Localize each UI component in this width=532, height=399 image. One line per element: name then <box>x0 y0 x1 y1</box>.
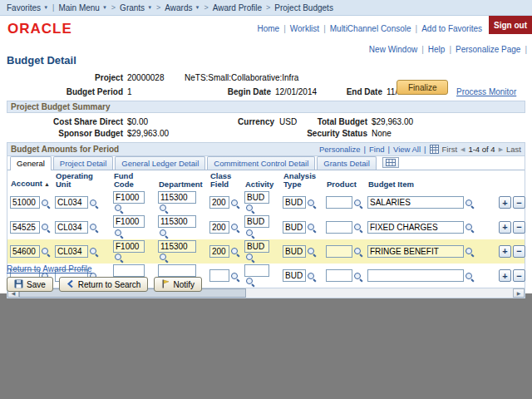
sign-out-button[interactable]: Sign out <box>489 16 532 34</box>
tab-general[interactable]: General <box>10 156 52 170</box>
delete-row-button[interactable]: − <box>513 269 525 282</box>
add-row-button[interactable]: + <box>499 221 511 234</box>
lookup-icon[interactable] <box>41 247 51 257</box>
cell-input-account[interactable] <box>10 245 40 258</box>
lookup-icon[interactable] <box>89 199 99 209</box>
lookup-icon[interactable] <box>230 247 240 257</box>
lookup-icon[interactable] <box>230 272 240 282</box>
cell-input-product[interactable] <box>326 269 352 282</box>
cell-input-department[interactable] <box>158 191 196 204</box>
cell-input-product[interactable] <box>326 245 352 258</box>
multichannel-console-link[interactable]: MultiChannel Console <box>330 24 411 33</box>
tab-project-detail[interactable]: Project Detail <box>53 156 114 170</box>
lookup-icon[interactable] <box>159 204 169 214</box>
cell-input-account[interactable] <box>10 221 40 234</box>
lookup-icon[interactable] <box>230 199 240 209</box>
tab-commitment-control-detail[interactable]: Commitment Control Detail <box>207 156 315 170</box>
delete-row-button[interactable]: − <box>513 245 525 258</box>
cell-input-fund-code[interactable] <box>113 215 145 228</box>
pagination-last[interactable]: Last <box>506 145 521 154</box>
lookup-icon[interactable] <box>307 247 317 257</box>
next-page-icon[interactable]: ▶ <box>499 146 503 153</box>
breadcrumb-main-menu[interactable]: Main Menu ▼ <box>58 3 106 12</box>
delete-row-button[interactable]: − <box>513 196 525 209</box>
lookup-icon[interactable] <box>245 253 255 263</box>
lookup-icon[interactable] <box>465 199 475 209</box>
breadcrumb-favorites[interactable]: Favorites ▼ <box>7 3 48 12</box>
cell-input-department[interactable] <box>158 240 196 253</box>
return-to-search-button[interactable]: Return to Search <box>59 277 149 292</box>
cell-input-budget-item[interactable] <box>367 196 464 209</box>
lookup-icon[interactable] <box>245 229 255 239</box>
column-header-operating-unit[interactable]: Operating Unit <box>52 170 111 190</box>
lookup-icon[interactable] <box>465 223 475 233</box>
cell-input-product[interactable] <box>326 196 352 209</box>
home-link[interactable]: Home <box>257 24 279 33</box>
lookup-icon[interactable] <box>114 229 124 239</box>
column-header-department[interactable]: Department <box>155 170 207 190</box>
column-header-fund-code[interactable]: Fund Code <box>111 170 155 190</box>
view-all-link[interactable]: View All <box>393 145 421 154</box>
lookup-icon[interactable] <box>245 204 255 214</box>
lookup-icon[interactable] <box>41 199 51 209</box>
lookup-icon[interactable] <box>465 247 475 257</box>
lookup-icon[interactable] <box>353 199 363 209</box>
add-row-button[interactable]: + <box>499 269 511 282</box>
delete-row-button[interactable]: − <box>513 221 525 234</box>
cell-input-class-field[interactable] <box>209 269 229 282</box>
cell-input-analysis-type[interactable] <box>283 221 306 234</box>
column-header-class-field[interactable]: Class Field <box>207 170 242 190</box>
cell-input-budget-item[interactable] <box>367 269 464 282</box>
cell-input-operating-unit[interactable] <box>55 196 88 209</box>
lookup-icon[interactable] <box>353 272 363 282</box>
new-window-link[interactable]: New Window <box>369 45 417 54</box>
breadcrumb-award-profile[interactable]: Award Profile <box>213 3 262 12</box>
grid-icon[interactable] <box>430 145 439 154</box>
lookup-icon[interactable] <box>114 204 124 214</box>
lookup-icon[interactable] <box>307 223 317 233</box>
cell-input-class-field[interactable] <box>209 196 229 209</box>
cell-input-product[interactable] <box>326 221 352 234</box>
tab-grants-detail[interactable]: Grants Detail <box>317 156 376 170</box>
personalize-page-link[interactable]: Personalize Page <box>456 45 520 54</box>
lookup-icon[interactable] <box>114 253 124 263</box>
column-header-analysis-type[interactable]: Analysis Type <box>280 170 323 190</box>
cell-input-budget-item[interactable] <box>367 221 464 234</box>
column-header-activity[interactable]: Activity <box>242 170 280 190</box>
column-header-budget-item[interactable]: Budget Item <box>365 170 496 190</box>
cell-input-analysis-type[interactable] <box>283 196 306 209</box>
add-row-button[interactable]: + <box>499 196 511 209</box>
cell-input-activity[interactable] <box>244 215 269 228</box>
cell-input-account[interactable] <box>10 196 40 209</box>
column-header-product[interactable]: Product <box>323 170 365 190</box>
personalize-link[interactable]: Personalize <box>319 145 361 154</box>
process-monitor-link[interactable]: Process Monitor <box>456 87 516 96</box>
pagination-first[interactable]: First <box>442 145 457 154</box>
save-button[interactable]: Save <box>7 277 53 292</box>
cell-input-fund-code[interactable] <box>113 264 145 277</box>
cell-input-analysis-type[interactable] <box>283 245 306 258</box>
worklist-link[interactable]: Worklist <box>290 24 319 33</box>
notify-button[interactable]: Notify <box>154 277 202 292</box>
show-all-columns-icon[interactable] <box>382 157 399 168</box>
cell-input-activity[interactable] <box>244 240 269 253</box>
cell-input-operating-unit[interactable] <box>55 245 88 258</box>
cell-input-analysis-type[interactable] <box>283 269 306 282</box>
lookup-icon[interactable] <box>159 253 169 263</box>
help-link[interactable]: Help <box>428 45 446 54</box>
column-header-account[interactable]: Account▲ <box>7 170 52 190</box>
return-to-award-profile-link[interactable]: Return to Award Profile <box>7 264 92 273</box>
cell-input-activity[interactable] <box>244 191 269 204</box>
cell-input-fund-code[interactable] <box>113 191 145 204</box>
lookup-icon[interactable] <box>89 223 99 233</box>
breadcrumb-grants[interactable]: Grants ▼ <box>120 3 152 12</box>
cell-input-operating-unit[interactable] <box>55 221 88 234</box>
previous-page-icon[interactable]: ◀ <box>461 146 465 153</box>
find-link[interactable]: Find <box>369 145 384 154</box>
cell-input-class-field[interactable] <box>209 221 229 234</box>
scroll-right-button[interactable]: ▶ <box>513 288 525 298</box>
lookup-icon[interactable] <box>230 223 240 233</box>
cell-input-budget-item[interactable] <box>367 245 464 258</box>
add-row-button[interactable]: + <box>499 245 511 258</box>
breadcrumb-project-budgets[interactable]: Project Budgets <box>274 3 333 12</box>
